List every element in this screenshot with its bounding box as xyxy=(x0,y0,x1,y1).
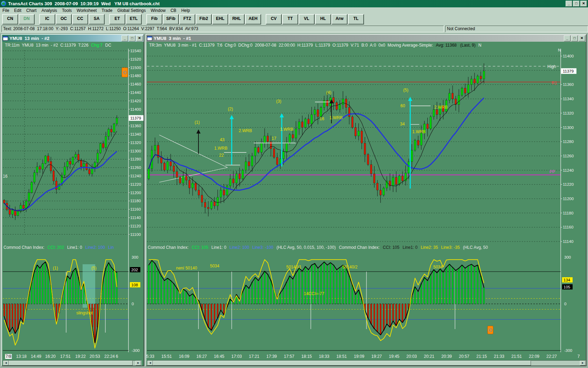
menu-window[interactable]: Window xyxy=(148,8,168,13)
tr-segment: Chg:7 xyxy=(91,43,103,48)
app-title: TransAct Charts 309 2008-07-09 10:39:19 … xyxy=(8,1,160,6)
svg-text:16: 16 xyxy=(320,116,324,121)
window-maximize-button[interactable]: □ xyxy=(129,35,135,41)
time-axis-label: 7/8 xyxy=(5,354,12,359)
time-axis-label: 19:09 xyxy=(354,354,364,359)
toolbar-button-cv[interactable]: CV xyxy=(266,14,282,25)
svg-text:11340: 11340 xyxy=(130,132,141,136)
menu-trade[interactable]: Trade xyxy=(99,8,115,13)
cci-label-segment: (HLC Avg, 50, 0.015, 100, -100) xyxy=(276,245,336,250)
toolbar-button-aeh[interactable]: AEH xyxy=(245,14,261,25)
menu-analysis[interactable]: Analysis xyxy=(39,8,59,13)
toolbar-button-arw[interactable]: Arw xyxy=(331,14,348,25)
connection-status: Not Connected xyxy=(445,26,588,32)
scrollbar-thumb[interactable] xyxy=(153,361,531,366)
app-minimize-button[interactable]: _ xyxy=(566,1,572,7)
toolbar-button-ehl[interactable]: EHL xyxy=(212,14,228,25)
menu-tools[interactable]: Tools xyxy=(59,8,74,13)
window-minimize-button[interactable]: _ xyxy=(564,35,570,41)
cci-label-segment: Line2: 100 xyxy=(85,245,105,250)
window-close-button[interactable]: ✕ xyxy=(136,35,143,41)
time-axis-label: 17:21 xyxy=(249,354,259,359)
menu-edit[interactable]: Edit xyxy=(12,8,24,13)
svg-text:5034: 5034 xyxy=(210,264,219,268)
toolbar-button-sfib[interactable]: SFib xyxy=(163,14,179,25)
menu-file[interactable]: File xyxy=(0,8,12,13)
menu-chart[interactable]: Chart xyxy=(24,8,39,13)
svg-text:N: N xyxy=(558,49,561,53)
toolbar-button-oc[interactable]: OC xyxy=(56,14,72,25)
toolbar-button-fib[interactable]: Fib xyxy=(146,14,162,25)
chart-h-scrollbar[interactable]: ◄ ► xyxy=(147,360,586,366)
svg-text:(5): (5) xyxy=(91,266,97,271)
window-maximize-button[interactable]: □ xyxy=(571,35,578,41)
cci-label-segment: Line3: -100 xyxy=(252,245,273,250)
tr-segment: Avg: 11368 (Last, 9) xyxy=(436,43,476,48)
toolbar-button-fib2[interactable]: Fib2 xyxy=(196,14,212,25)
toolbar-button-vl[interactable]: VL xyxy=(299,14,315,25)
scroll-right-arrow-icon[interactable]: ► xyxy=(580,361,586,366)
svg-text:50140/2: 50140/2 xyxy=(342,265,358,270)
time-axis-label: 19:27 xyxy=(371,354,382,359)
time-axis-label: 14:49 xyxy=(31,354,41,359)
toolbar-button-etl[interactable]: ETL xyxy=(126,14,142,25)
svg-text:(2): (2) xyxy=(228,107,233,111)
time-axis-label: 18:15 xyxy=(301,354,312,359)
time-axis-label: 21:51 xyxy=(511,354,522,359)
cci-indicator-label-row: Commod Chan Index:CCI: 105Line1: 0Line2:… xyxy=(148,245,560,251)
svg-text:PP: PP xyxy=(550,169,555,174)
toolbar-button-sa[interactable]: SA xyxy=(89,14,105,25)
toolbar-button-cc[interactable]: CC xyxy=(72,14,88,25)
app-maximize-button[interactable]: □ xyxy=(573,1,580,7)
chart-window-title: YMU8 13 min - #2 xyxy=(9,36,49,41)
toolbar-button-et[interactable]: ET xyxy=(109,14,125,25)
time-axis-label: 7 xyxy=(578,354,580,359)
svg-text:17: 17 xyxy=(272,136,276,141)
svg-text:0: 0 xyxy=(132,302,134,306)
scroll-left-arrow-icon[interactable]: ◄ xyxy=(3,361,9,366)
price-chart: 1140011360113401132011300112801126011240… xyxy=(146,49,586,366)
toolbar-button-ftz[interactable]: FTZ xyxy=(179,14,195,25)
time-axis-label: 22:09 xyxy=(529,354,539,359)
svg-text:11280: 11280 xyxy=(130,157,141,161)
chart-h-scrollbar[interactable]: ◄ ► xyxy=(3,360,141,366)
svg-text:11100: 11100 xyxy=(130,232,141,237)
scrollbar-thumb[interactable] xyxy=(9,361,133,366)
toolbar-button-cn[interactable]: CN xyxy=(2,14,18,25)
svg-text:2.WRB: 2.WRB xyxy=(434,105,448,110)
chart-window-left_window: YMU8 13 min - #2 _ □ ✕ TR:11m YMU8 13 mi… xyxy=(1,34,144,366)
menu-cb[interactable]: CB xyxy=(168,8,179,13)
chart-window-titlebar[interactable]: YMU8 13 min - #2 _ □ ✕ xyxy=(2,35,144,42)
tr-segment: N xyxy=(478,43,482,48)
toolbar-button-tt[interactable]: TT xyxy=(282,14,298,25)
svg-text:-300: -300 xyxy=(132,348,140,353)
svg-text:11360: 11360 xyxy=(563,82,574,87)
svg-text:11240: 11240 xyxy=(130,174,141,178)
svg-text:43: 43 xyxy=(220,137,225,142)
time-axis-label: 18:33 xyxy=(319,354,329,359)
toolbar-button-rhl[interactable]: RHL xyxy=(229,14,245,25)
window-close-button[interactable]: ✕ xyxy=(579,35,585,41)
toolbar-button-dn[interactable]: DN xyxy=(19,14,35,25)
time-axis-label: 20:53 xyxy=(90,354,100,359)
svg-text:11440: 11440 xyxy=(130,90,141,95)
toolbar-group: ICOCCCSA xyxy=(39,14,105,25)
menu-worksheet[interactable]: Worksheet xyxy=(74,8,99,13)
svg-text:11300: 11300 xyxy=(130,149,141,153)
toolbar-button-tl[interactable]: TL xyxy=(348,14,364,25)
svg-text:1.WRB: 1.WRB xyxy=(280,127,293,132)
cci-label-segment: CCI: 202 xyxy=(48,245,64,250)
scroll-left-arrow-icon[interactable]: ◄ xyxy=(147,361,153,366)
chart-window-titlebar[interactable]: YMU8 3 min - #1 _ □ ✕ xyxy=(146,35,586,42)
svg-text:11220: 11220 xyxy=(130,182,141,186)
menu-help[interactable]: Help xyxy=(179,8,192,13)
toolbar-button-ic[interactable]: IC xyxy=(39,14,55,25)
app-close-button[interactable]: ✕ xyxy=(580,1,587,7)
time-axis-label: 20:57 xyxy=(459,354,469,359)
toolbar-button-hl[interactable]: HL xyxy=(315,14,331,25)
tr-data-line: TR:11m YMU8 13 min - #2 C:11379 T:226Chg… xyxy=(2,42,144,49)
menu-global-settings[interactable]: Global Settings xyxy=(115,8,148,13)
scroll-right-arrow-icon[interactable]: ► xyxy=(135,361,141,366)
window-minimize-button[interactable]: _ xyxy=(121,35,128,41)
time-axis-label: 21:15 xyxy=(476,354,487,359)
